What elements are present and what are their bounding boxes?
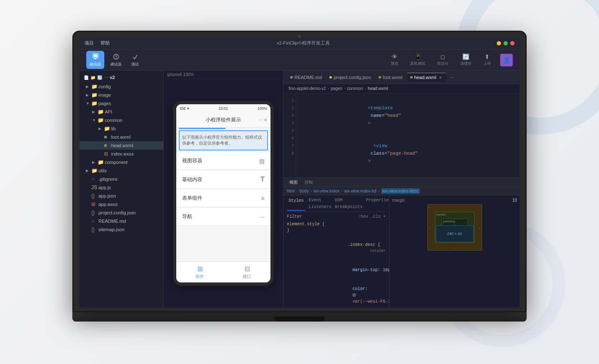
tree-folder-config[interactable]: ▶ 📁 config [80, 82, 163, 91]
styles-tab-props[interactable]: Properties [366, 197, 389, 211]
tab-interface-icon: ⊟ [244, 265, 250, 273]
devtools-tab-graph[interactable]: 概图 [287, 179, 300, 186]
box-model-visual: - - - - border - [427, 204, 482, 251]
selected-element-text: 以下用展示小程序官方组件能力。组样式仅供参考，自定仅供参考者。 [181, 133, 265, 148]
devtools-box-model: margin 10 - [389, 195, 519, 308]
tree-file-gitignore[interactable]: ▶ ○ .gitignore [80, 175, 163, 183]
tab-projectconfig[interactable]: project.config.json [326, 73, 374, 82]
user-avatar[interactable]: 👤 [500, 54, 513, 66]
tree-file-index-wxss[interactable]: ▶ ⊞ index.wxss [80, 150, 163, 158]
list-item-nav[interactable]: 导航 ··· [176, 208, 270, 226]
tree-folder-image[interactable]: ▶ 📁 image [80, 91, 163, 99]
tree-file-appjs[interactable]: ▶ JS app.js [80, 183, 163, 192]
bc-wx-view-index-hd[interactable]: wx-view.index-hd [344, 189, 376, 193]
tab-components-icon: ⊞ [197, 265, 203, 273]
arrow-common: ▼ [92, 118, 96, 122]
test-button[interactable]: 测试 [127, 51, 143, 69]
tab-head-wxml[interactable]: head.wxml ✕ [407, 73, 447, 82]
tree-file-readme[interactable]: ▶ ○ README.md [80, 217, 163, 225]
list-item-form[interactable]: 表单组件 ≡ [176, 190, 270, 207]
real-machine-action[interactable]: 📱 真机调试 [408, 53, 428, 67]
tab-head-close[interactable]: ✕ [438, 75, 443, 80]
tab-components-label: 组件 [196, 274, 204, 280]
tree-folder-common[interactable]: ▼ 📁 common [80, 116, 163, 124]
preview-icon: 👁 [392, 53, 398, 60]
tree-file-head-wxml[interactable]: ▶ ■ head.wxml [80, 141, 163, 150]
folder-component-label: component [105, 160, 127, 165]
file-projectconfig-label: project.config.json [98, 210, 136, 215]
breadcrumb-file: head.wxml [368, 86, 388, 91]
folder-icon-component: 📁 [98, 159, 103, 165]
box-border-label: border [437, 213, 446, 216]
bc-wx-view-index-desc[interactable]: wx-view.index-desc [381, 188, 420, 194]
list-item-views[interactable]: 视图容器 ▤ [176, 152, 270, 170]
avatar-icon: 👤 [503, 57, 510, 63]
status-right: 100% [257, 106, 267, 111]
tree-file-appwxss[interactable]: ▶ ⊞ app.wxss [80, 200, 163, 208]
cut-backend-action[interactable]: ◻ 切后台 [435, 53, 451, 67]
tree-file-sitemap[interactable]: ▶ {} sitemap.json [80, 225, 163, 234]
list-item-basic[interactable]: 基础内容 T [176, 171, 270, 189]
file-icon-projectconfig: {} [91, 210, 97, 216]
phone-tab-components[interactable]: ⊞ 组件 [176, 265, 223, 280]
tree-folder-api[interactable]: ▶ 📁 API [80, 108, 163, 116]
styles-tab-events[interactable]: Event Listeners [309, 197, 331, 211]
tree-file-projectconfig[interactable]: ▶ {} project.config.json [80, 208, 163, 217]
phone-tab-interface[interactable]: ⊟ 接口 [223, 265, 270, 280]
file-appjs-label: app.js [98, 185, 111, 190]
tree-folder-pages[interactable]: ▼ 📁 pages [80, 99, 163, 108]
element-breadcrumb: html › body › wx-view.index › wx-view.in… [284, 187, 519, 195]
file-gitignore-label: .gitignore [98, 177, 117, 182]
cut-backend-label: 切后台 [437, 61, 448, 66]
tab-dot-readme [290, 76, 293, 79]
tab-readme-label: README.md [294, 75, 322, 80]
phone-title-bar: 小程序组件展示 ··· ✕ [176, 113, 270, 128]
styles-tab-dom-break[interactable]: DOM Breakpoints [335, 197, 363, 211]
tree-file-foot-wxml[interactable]: ▶ ■ foot.wxml [80, 133, 163, 141]
upload-action[interactable]: ⬆ 上传 [481, 53, 493, 67]
file-explorer: 📄📁🔄⋯ v2 ▶ 📁 config [80, 71, 164, 308]
devtools-tab-props[interactable]: 控制 [302, 179, 315, 186]
menu-help[interactable]: 帮助 [101, 40, 110, 46]
box-model-container: margin 10 - [390, 195, 519, 253]
file-icon-head: ■ [104, 142, 110, 148]
maximize-button[interactable] [504, 41, 508, 45]
simulate-button[interactable]: 模拟器 [86, 51, 104, 69]
line-num-5: 5 [285, 127, 294, 135]
editor-content-area: 1 2 3 4 5 6 7 8 [284, 93, 519, 177]
preview-header: iphone6 100% [164, 71, 283, 79]
minimize-button[interactable] [497, 41, 501, 45]
clear-cache-action[interactable]: 🔄 清缓存 [458, 53, 474, 67]
app-title: v2-FinClip小程序开发工具 [110, 40, 497, 46]
explorer-root[interactable]: 📄📁🔄⋯ v2 [80, 72, 163, 82]
simulate-icon [91, 53, 100, 61]
code-line-2: <view class="page-head" > [301, 135, 514, 172]
styles-tab-styles[interactable]: Styles [287, 197, 305, 211]
line-num-3: 3 [285, 112, 294, 119]
line-num-4: 4 [285, 119, 294, 127]
close-button[interactable] [510, 41, 514, 45]
preview-action[interactable]: 👁 预览 [388, 53, 401, 67]
tree-file-appjson[interactable]: ▶ {} app.json [80, 192, 163, 200]
tab-foot-wxml[interactable]: foot.wxml [375, 73, 406, 82]
editor-upper: README.md project.config.json [284, 71, 519, 177]
window-controls [497, 41, 514, 45]
tab-readme[interactable]: README.md [287, 73, 325, 82]
devtools-panel: 概图 控制 html › body › [284, 177, 519, 308]
bc-wx-view-index[interactable]: wx-view.index [313, 189, 339, 193]
file-appwxss-label: app.wxss [98, 202, 118, 207]
tab-more-button[interactable]: ··· [449, 73, 456, 82]
preview-label: 预览 [391, 61, 398, 66]
menu-project[interactable]: 项目 [85, 40, 94, 46]
bc-html[interactable]: html [287, 189, 295, 193]
bc-body[interactable]: body [300, 189, 309, 193]
tree-folder-lib[interactable]: ▶ 📁 lib [80, 124, 163, 133]
tab-interface-label: 接口 [243, 274, 251, 280]
tree-folder-utils[interactable]: ▶ 📁 utils [80, 166, 163, 175]
folder-icon-utils: 📁 [91, 168, 97, 174]
tree-folder-component[interactable]: ▶ 📁 component [80, 158, 163, 166]
debug-icon [112, 53, 120, 61]
arrow-image: ▶ [86, 93, 90, 97]
clear-cache-icon: 🔄 [462, 53, 469, 60]
debug-button[interactable]: 调试器 [107, 51, 125, 69]
